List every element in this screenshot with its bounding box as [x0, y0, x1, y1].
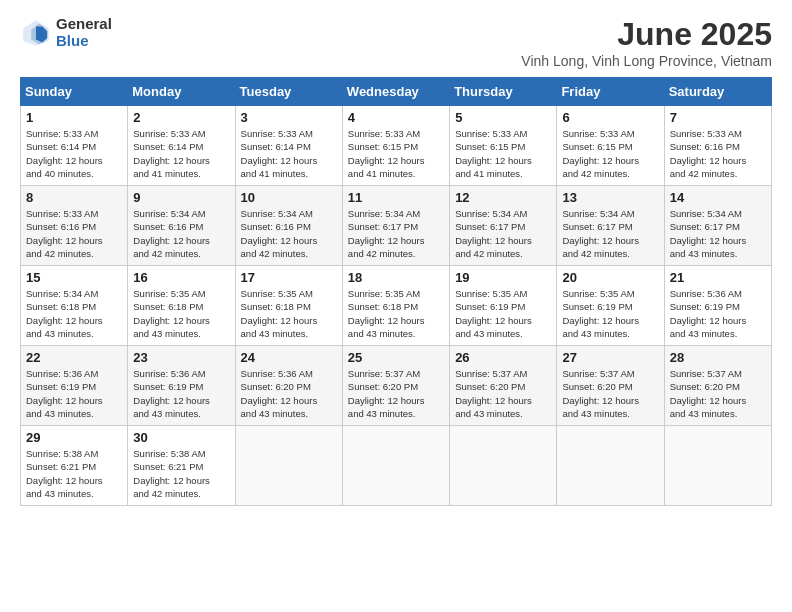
- day-number: 10: [241, 190, 337, 205]
- calendar-cell: 1Sunrise: 5:33 AM Sunset: 6:14 PM Daylig…: [21, 106, 128, 186]
- day-number: 28: [670, 350, 766, 365]
- calendar-cell: 23Sunrise: 5:36 AM Sunset: 6:19 PM Dayli…: [128, 346, 235, 426]
- calendar-cell: 20Sunrise: 5:35 AM Sunset: 6:19 PM Dayli…: [557, 266, 664, 346]
- day-info: Sunrise: 5:35 AM Sunset: 6:18 PM Dayligh…: [133, 287, 229, 340]
- day-number: 27: [562, 350, 658, 365]
- logo: General Blue: [20, 16, 112, 49]
- day-number: 3: [241, 110, 337, 125]
- day-info: Sunrise: 5:33 AM Sunset: 6:15 PM Dayligh…: [348, 127, 444, 180]
- calendar-cell: 22Sunrise: 5:36 AM Sunset: 6:19 PM Dayli…: [21, 346, 128, 426]
- calendar-cell: 7Sunrise: 5:33 AM Sunset: 6:16 PM Daylig…: [664, 106, 771, 186]
- day-info: Sunrise: 5:34 AM Sunset: 6:16 PM Dayligh…: [241, 207, 337, 260]
- day-number: 23: [133, 350, 229, 365]
- weekday-header-thursday: Thursday: [450, 78, 557, 106]
- calendar-cell: 19Sunrise: 5:35 AM Sunset: 6:19 PM Dayli…: [450, 266, 557, 346]
- logo-blue: Blue: [56, 33, 112, 50]
- day-info: Sunrise: 5:34 AM Sunset: 6:17 PM Dayligh…: [670, 207, 766, 260]
- day-number: 4: [348, 110, 444, 125]
- week-row-1: 1Sunrise: 5:33 AM Sunset: 6:14 PM Daylig…: [21, 106, 772, 186]
- calendar-cell: 29Sunrise: 5:38 AM Sunset: 6:21 PM Dayli…: [21, 426, 128, 506]
- logo-icon: [20, 17, 52, 49]
- day-info: Sunrise: 5:38 AM Sunset: 6:21 PM Dayligh…: [133, 447, 229, 500]
- day-number: 20: [562, 270, 658, 285]
- calendar-cell: [557, 426, 664, 506]
- day-info: Sunrise: 5:38 AM Sunset: 6:21 PM Dayligh…: [26, 447, 122, 500]
- day-number: 11: [348, 190, 444, 205]
- day-number: 5: [455, 110, 551, 125]
- weekday-header-row: SundayMondayTuesdayWednesdayThursdayFrid…: [21, 78, 772, 106]
- calendar-cell: 17Sunrise: 5:35 AM Sunset: 6:18 PM Dayli…: [235, 266, 342, 346]
- day-info: Sunrise: 5:33 AM Sunset: 6:16 PM Dayligh…: [670, 127, 766, 180]
- day-number: 8: [26, 190, 122, 205]
- week-row-2: 8Sunrise: 5:33 AM Sunset: 6:16 PM Daylig…: [21, 186, 772, 266]
- day-info: Sunrise: 5:33 AM Sunset: 6:15 PM Dayligh…: [455, 127, 551, 180]
- day-number: 26: [455, 350, 551, 365]
- title-section: June 2025 Vinh Long, Vinh Long Province,…: [521, 16, 772, 69]
- day-number: 17: [241, 270, 337, 285]
- calendar-cell: 6Sunrise: 5:33 AM Sunset: 6:15 PM Daylig…: [557, 106, 664, 186]
- calendar-cell: 13Sunrise: 5:34 AM Sunset: 6:17 PM Dayli…: [557, 186, 664, 266]
- weekday-header-wednesday: Wednesday: [342, 78, 449, 106]
- day-info: Sunrise: 5:34 AM Sunset: 6:17 PM Dayligh…: [562, 207, 658, 260]
- day-number: 16: [133, 270, 229, 285]
- calendar-cell: 10Sunrise: 5:34 AM Sunset: 6:16 PM Dayli…: [235, 186, 342, 266]
- calendar-cell: 15Sunrise: 5:34 AM Sunset: 6:18 PM Dayli…: [21, 266, 128, 346]
- day-info: Sunrise: 5:35 AM Sunset: 6:19 PM Dayligh…: [562, 287, 658, 340]
- calendar-cell: 14Sunrise: 5:34 AM Sunset: 6:17 PM Dayli…: [664, 186, 771, 266]
- weekday-header-saturday: Saturday: [664, 78, 771, 106]
- calendar-cell: 26Sunrise: 5:37 AM Sunset: 6:20 PM Dayli…: [450, 346, 557, 426]
- weekday-header-tuesday: Tuesday: [235, 78, 342, 106]
- day-info: Sunrise: 5:37 AM Sunset: 6:20 PM Dayligh…: [562, 367, 658, 420]
- day-info: Sunrise: 5:35 AM Sunset: 6:18 PM Dayligh…: [348, 287, 444, 340]
- logo-general: General: [56, 16, 112, 33]
- day-number: 21: [670, 270, 766, 285]
- calendar-cell: 11Sunrise: 5:34 AM Sunset: 6:17 PM Dayli…: [342, 186, 449, 266]
- day-info: Sunrise: 5:37 AM Sunset: 6:20 PM Dayligh…: [455, 367, 551, 420]
- day-number: 6: [562, 110, 658, 125]
- day-number: 19: [455, 270, 551, 285]
- day-info: Sunrise: 5:33 AM Sunset: 6:14 PM Dayligh…: [26, 127, 122, 180]
- calendar-cell: [342, 426, 449, 506]
- day-info: Sunrise: 5:33 AM Sunset: 6:14 PM Dayligh…: [133, 127, 229, 180]
- calendar-cell: 5Sunrise: 5:33 AM Sunset: 6:15 PM Daylig…: [450, 106, 557, 186]
- calendar-cell: 30Sunrise: 5:38 AM Sunset: 6:21 PM Dayli…: [128, 426, 235, 506]
- weekday-header-monday: Monday: [128, 78, 235, 106]
- day-info: Sunrise: 5:34 AM Sunset: 6:17 PM Dayligh…: [348, 207, 444, 260]
- day-info: Sunrise: 5:35 AM Sunset: 6:19 PM Dayligh…: [455, 287, 551, 340]
- day-info: Sunrise: 5:36 AM Sunset: 6:19 PM Dayligh…: [26, 367, 122, 420]
- day-info: Sunrise: 5:33 AM Sunset: 6:15 PM Dayligh…: [562, 127, 658, 180]
- weekday-header-friday: Friday: [557, 78, 664, 106]
- day-number: 12: [455, 190, 551, 205]
- calendar-cell: 21Sunrise: 5:36 AM Sunset: 6:19 PM Dayli…: [664, 266, 771, 346]
- calendar-cell: 25Sunrise: 5:37 AM Sunset: 6:20 PM Dayli…: [342, 346, 449, 426]
- calendar-table: SundayMondayTuesdayWednesdayThursdayFrid…: [20, 77, 772, 506]
- day-number: 25: [348, 350, 444, 365]
- calendar-cell: 12Sunrise: 5:34 AM Sunset: 6:17 PM Dayli…: [450, 186, 557, 266]
- day-number: 2: [133, 110, 229, 125]
- calendar-cell: [450, 426, 557, 506]
- week-row-5: 29Sunrise: 5:38 AM Sunset: 6:21 PM Dayli…: [21, 426, 772, 506]
- day-info: Sunrise: 5:36 AM Sunset: 6:19 PM Dayligh…: [670, 287, 766, 340]
- day-number: 7: [670, 110, 766, 125]
- day-number: 30: [133, 430, 229, 445]
- day-info: Sunrise: 5:37 AM Sunset: 6:20 PM Dayligh…: [348, 367, 444, 420]
- weekday-header-sunday: Sunday: [21, 78, 128, 106]
- day-info: Sunrise: 5:37 AM Sunset: 6:20 PM Dayligh…: [670, 367, 766, 420]
- week-row-4: 22Sunrise: 5:36 AM Sunset: 6:19 PM Dayli…: [21, 346, 772, 426]
- day-info: Sunrise: 5:34 AM Sunset: 6:18 PM Dayligh…: [26, 287, 122, 340]
- day-info: Sunrise: 5:36 AM Sunset: 6:19 PM Dayligh…: [133, 367, 229, 420]
- logo-text: General Blue: [56, 16, 112, 49]
- day-number: 24: [241, 350, 337, 365]
- page-header: General Blue June 2025 Vinh Long, Vinh L…: [20, 16, 772, 69]
- day-number: 14: [670, 190, 766, 205]
- calendar-cell: [235, 426, 342, 506]
- calendar-cell: 16Sunrise: 5:35 AM Sunset: 6:18 PM Dayli…: [128, 266, 235, 346]
- calendar-cell: 8Sunrise: 5:33 AM Sunset: 6:16 PM Daylig…: [21, 186, 128, 266]
- day-number: 1: [26, 110, 122, 125]
- day-number: 18: [348, 270, 444, 285]
- day-number: 22: [26, 350, 122, 365]
- calendar-cell: 2Sunrise: 5:33 AM Sunset: 6:14 PM Daylig…: [128, 106, 235, 186]
- day-info: Sunrise: 5:35 AM Sunset: 6:18 PM Dayligh…: [241, 287, 337, 340]
- calendar-cell: 3Sunrise: 5:33 AM Sunset: 6:14 PM Daylig…: [235, 106, 342, 186]
- calendar-cell: [664, 426, 771, 506]
